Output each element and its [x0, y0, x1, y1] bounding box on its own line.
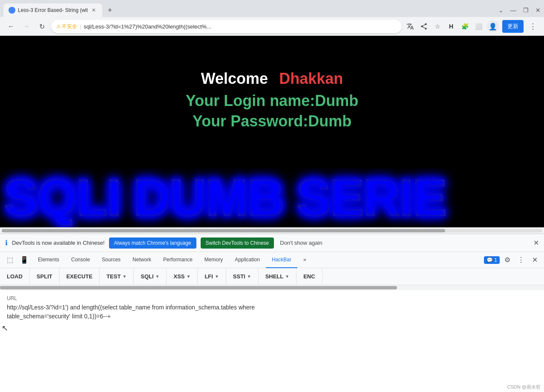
tab-active[interactable]: Less-3 Error Based- String (wit ✕	[3, 3, 102, 17]
devtools-notification-bar: ℹ DevTools is now available in Chinese! …	[0, 234, 544, 252]
chevron-down-icon: ⌄	[498, 7, 504, 14]
test-chevron-icon: ▼	[122, 274, 127, 279]
devtools-tab-actions: 💬 1 ⚙ ⋮ ✕	[484, 254, 541, 266]
chat-badge[interactable]: 💬 1	[484, 256, 500, 264]
url-text: sql/Less-3/?id=1%27)%20and%20length((sel…	[83, 23, 397, 30]
vertical-dots-icon[interactable]: ⋮	[515, 254, 527, 266]
translate-icon[interactable]	[405, 21, 415, 31]
tab-elements[interactable]: Elements	[32, 252, 65, 268]
sqli-chevron-icon: ▼	[155, 274, 160, 279]
minimize-button[interactable]: —	[510, 7, 516, 14]
scrollbar-track[interactable]	[2, 229, 542, 232]
bookmark-icon[interactable]: ☆	[432, 21, 443, 31]
tab-network[interactable]: Network	[127, 252, 157, 268]
browser-window: Less-3 Error Based- String (wit ✕ + ⌄ — …	[0, 0, 544, 392]
always-match-button[interactable]: Always match Chrome's language	[109, 237, 196, 249]
profile-button[interactable]: 👤	[487, 20, 499, 32]
settings-icon[interactable]: ⚙	[501, 254, 513, 266]
tab-sources[interactable]: Sources	[96, 252, 127, 268]
hackbar-sqli-button[interactable]: SQLI ▼	[134, 268, 167, 285]
url-line1: http://sql/Less-3/?id=1') and length((se…	[7, 304, 255, 311]
share-icon[interactable]	[419, 21, 429, 31]
csdn-footer: CSDN @易水哲	[507, 384, 541, 390]
tab-close-icon[interactable]: ✕	[90, 7, 97, 14]
update-button[interactable]: 更新	[502, 20, 524, 33]
tab-bar: Less-3 Error Based- String (wit ✕ + ⌄ — …	[0, 0, 544, 17]
hackbar-execute-button[interactable]: EXECUTE	[60, 268, 100, 285]
url-separator: |	[80, 23, 81, 30]
horizontal-scrollbar[interactable]	[0, 227, 544, 234]
url-label: URL	[7, 295, 537, 301]
back-button[interactable]: ←	[5, 20, 17, 32]
tab-console[interactable]: Console	[65, 252, 96, 268]
scrollbar-thumb[interactable]	[2, 229, 445, 232]
notification-text: DevTools is now available in Chinese!	[12, 240, 105, 246]
info-icon: ℹ	[5, 239, 8, 247]
hackbar-load-button[interactable]: LOAD	[0, 268, 30, 285]
lfi-chevron-icon: ▼	[215, 274, 219, 279]
window-controls: ⌄ — ❐ ✕	[498, 7, 541, 14]
devtools-panel-icon[interactable]: ⬚	[3, 256, 17, 264]
close-button[interactable]: ✕	[535, 7, 541, 14]
url-content[interactable]: http://sql/Less-3/?id=1') and length((se…	[7, 303, 537, 321]
welcome-line: Welcome Dhakkan	[201, 70, 343, 88]
hackbar-shell-button[interactable]: SHELL ▼	[259, 268, 297, 285]
cursor: ↖	[2, 323, 8, 333]
mobile-icon[interactable]: 📱	[17, 256, 32, 264]
tab-hackbar[interactable]: HackBar	[266, 252, 297, 268]
url-bar[interactable]: ⚠ 不安全 | sql/Less-3/?id=1%27)%20and%20len…	[51, 20, 402, 33]
security-warning-icon: ⚠ 不安全	[56, 23, 77, 30]
hackbar-enc-button[interactable]: ENC	[296, 268, 322, 285]
tab-title: Less-3 Error Based- String (wit	[18, 7, 88, 13]
hackbar-lfi-button[interactable]: LFI ▼	[198, 268, 226, 285]
hackbar-xss-button[interactable]: XSS ▼	[167, 268, 198, 285]
password-line: Your Password:Dumb	[193, 112, 351, 130]
hackbar-scrollbar-thumb[interactable]	[0, 286, 397, 289]
devtools-close-icon[interactable]: ✕	[529, 254, 541, 266]
tab-more[interactable]: »	[297, 252, 312, 268]
dont-show-again[interactable]: Don't show again	[280, 240, 322, 246]
tab-performance[interactable]: Performance	[157, 252, 199, 268]
welcome-text: Welcome	[201, 70, 268, 87]
security-label: 不安全	[62, 23, 77, 30]
maximize-button[interactable]: ❐	[523, 7, 529, 14]
tab-application[interactable]: Application	[229, 252, 266, 268]
more-options-icon[interactable]: ⋮	[527, 20, 539, 32]
page-content: Welcome Dhakkan Your Login name:Dumb You…	[0, 36, 544, 227]
extensions-icon[interactable]: 🧩	[460, 21, 470, 31]
address-bar: ← → ↻ ⚠ 不安全 | sql/Less-3/?id=1%27)%20and…	[0, 17, 544, 36]
switch-to-chinese-button[interactable]: Switch DevTools to Chinese	[201, 237, 274, 249]
reload-button[interactable]: ↻	[36, 20, 48, 32]
notification-close-icon[interactable]: ✕	[533, 239, 539, 247]
tab-memory[interactable]: Memory	[199, 252, 229, 268]
sqli-banner: SQLI DUMB SERIE	[0, 168, 544, 227]
hackbar-test-button[interactable]: TEST ▼	[100, 268, 134, 285]
new-tab-button[interactable]: +	[104, 4, 116, 16]
devtools-tab-bar: ⬚ 📱 Elements Console Sources Network Per…	[0, 252, 544, 268]
ssti-chevron-icon: ▼	[247, 274, 251, 279]
hackbar-scrollbar[interactable]	[0, 285, 544, 290]
forward-button[interactable]: →	[20, 20, 32, 32]
hackbar-ssti-button[interactable]: SSTI ▼	[226, 268, 259, 285]
svg-point-0	[10, 8, 14, 12]
xss-chevron-icon: ▼	[187, 274, 191, 279]
hackbar-split-button[interactable]: SPLIT	[30, 268, 60, 285]
url-line2: table_schema='security' limit 0,1))=6--+	[7, 313, 111, 320]
shell-chevron-icon: ▼	[285, 274, 289, 279]
login-line: Your Login name:Dumb	[186, 92, 358, 110]
hackbar-toolbar: LOAD SPLIT EXECUTE TEST ▼ SQLI ▼ XSS ▼ L…	[0, 268, 544, 285]
tab-favicon	[9, 7, 15, 14]
hackbar-extension-icon[interactable]: H	[446, 21, 456, 31]
split-screen-icon[interactable]: ⬜	[473, 21, 484, 31]
url-content-area: URL http://sql/Less-3/?id=1') and length…	[0, 290, 544, 333]
dhakkan-name: Dhakkan	[279, 70, 343, 87]
sqli-text: SQLI DUMB SERIE	[0, 168, 446, 227]
